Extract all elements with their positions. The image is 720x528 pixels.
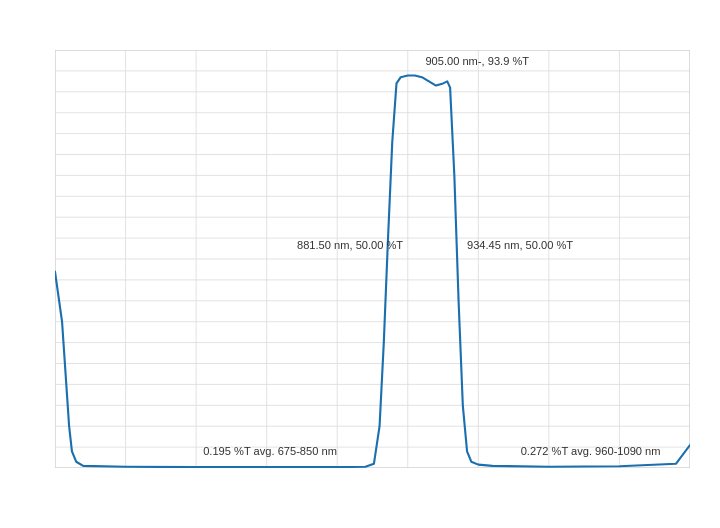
chart-container: 0510152025303540455055606570758085909510… xyxy=(0,0,720,528)
svg-text:905.00 nm-, 93.9 %T: 905.00 nm-, 93.9 %T xyxy=(425,55,529,67)
svg-text:934.45 nm, 50.00 %T: 934.45 nm, 50.00 %T xyxy=(467,239,573,251)
svg-text:0.272 %T avg. 960-1090 nm: 0.272 %T avg. 960-1090 nm xyxy=(521,446,661,458)
svg-text:0.195 %T avg. 675-850 nm: 0.195 %T avg. 675-850 nm xyxy=(203,446,337,458)
chart-svg: 0510152025303540455055606570758085909510… xyxy=(55,50,690,468)
svg-text:881.50 nm, 50.00 %T: 881.50 nm, 50.00 %T xyxy=(297,239,403,251)
